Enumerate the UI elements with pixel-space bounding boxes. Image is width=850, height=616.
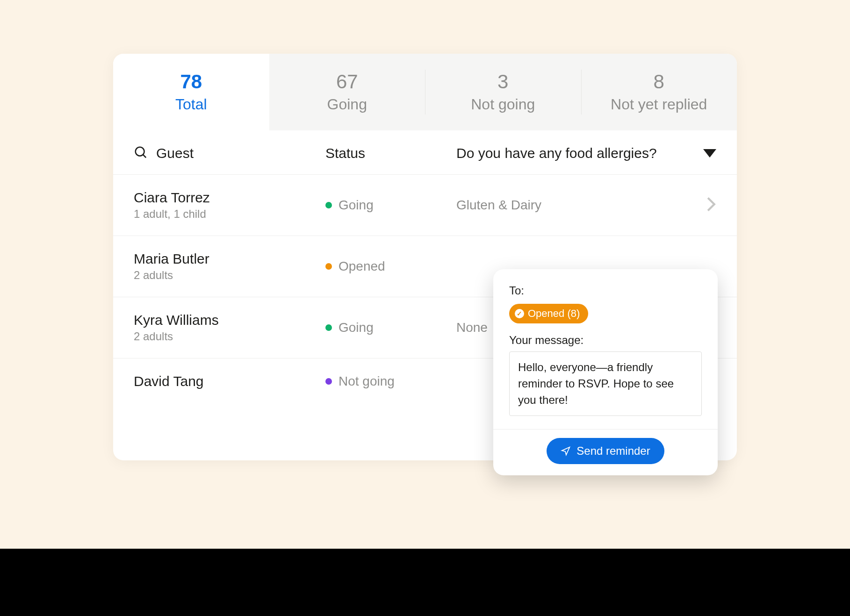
chevron-right-icon: [706, 196, 716, 214]
tab-not-replied-count: 8: [654, 71, 664, 93]
status-dot: [325, 263, 332, 270]
page-background: 78 Total 67 Going 3 Not going 8 Not yet …: [0, 0, 850, 549]
tab-not-going-label: Not going: [471, 96, 535, 113]
tab-total-count: 78: [180, 71, 202, 93]
recipient-chip-label: Opened (8): [528, 308, 580, 320]
guest-name: Ciara Torrez: [134, 190, 325, 206]
column-header-row: Guest Status Do you have any food allerg…: [113, 130, 737, 175]
tab-going[interactable]: 67 Going: [269, 54, 425, 130]
send-reminder-button[interactable]: Send reminder: [547, 438, 664, 464]
answer-text: Gluten & Dairy: [456, 198, 541, 213]
guest-name: Maria Butler: [134, 251, 325, 267]
tab-not-replied[interactable]: 8 Not yet replied: [581, 54, 737, 130]
message-label: Your message:: [509, 334, 702, 347]
check-icon: ✓: [515, 309, 524, 318]
guest-detail: 1 adult, 1 child: [134, 208, 325, 221]
status-text: Going: [339, 320, 374, 335]
column-status-label: Status: [325, 145, 365, 161]
send-reminder-panel: To: ✓ Opened (8) Your message: Hello, ev…: [493, 269, 718, 475]
status-dot: [325, 324, 332, 331]
tab-not-going[interactable]: 3 Not going: [425, 54, 581, 130]
status-text: Going: [339, 198, 374, 213]
svg-point-0: [136, 147, 144, 156]
guest-row[interactable]: Ciara Torrez 1 adult, 1 child Going Glut…: [113, 175, 737, 236]
tab-not-going-count: 3: [497, 71, 508, 93]
to-label: To:: [509, 284, 702, 297]
status-dot: [325, 202, 332, 208]
tab-total[interactable]: 78 Total: [113, 54, 269, 130]
summary-tabs: 78 Total 67 Going 3 Not going 8 Not yet …: [113, 54, 737, 130]
tab-going-count: 67: [336, 71, 358, 93]
svg-line-1: [143, 155, 146, 158]
send-button-label: Send reminder: [576, 444, 650, 458]
status-dot: [325, 378, 332, 385]
tab-total-label: Total: [175, 96, 207, 113]
tab-not-replied-label: Not yet replied: [611, 96, 707, 113]
search-icon[interactable]: [134, 145, 148, 161]
chevron-down-icon: [703, 149, 716, 158]
guest-detail: 2 adults: [134, 269, 325, 282]
answer-text: None: [456, 320, 488, 335]
column-question-label: Do you have any food allergies?: [456, 145, 657, 161]
guest-name: David Tang: [134, 373, 325, 389]
send-icon: [561, 446, 571, 456]
message-input[interactable]: Hello, everyone—a friendly reminder to R…: [509, 351, 702, 416]
column-question-dropdown[interactable]: Do you have any food allergies?: [456, 145, 716, 161]
guest-name: Kyra Williams: [134, 312, 325, 328]
guest-detail: 2 adults: [134, 330, 325, 343]
status-text: Opened: [339, 259, 385, 274]
status-text: Not going: [339, 374, 395, 389]
column-guest-label: Guest: [156, 145, 194, 161]
tab-going-label: Going: [327, 96, 367, 113]
recipient-chip[interactable]: ✓ Opened (8): [509, 304, 588, 323]
